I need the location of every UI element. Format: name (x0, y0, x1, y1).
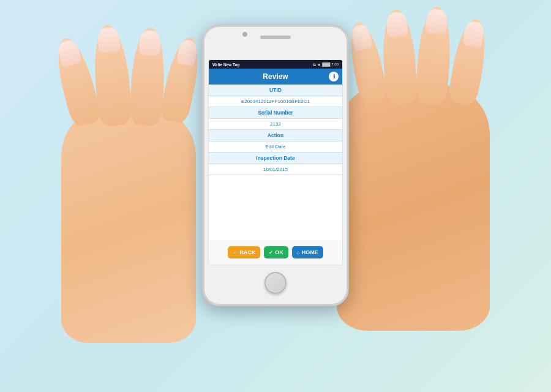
phone-screen: Write New Tag ⇆ ▲ ▓▓▓ 7:00 Review ℹ (208, 59, 343, 265)
wifi-icon: ▲ (317, 62, 321, 66)
action-value: Edit Date (209, 141, 342, 152)
inspection-group: Inspection Date 10/01/2015 (209, 153, 342, 175)
scene: Write New Tag ⇆ ▲ ▓▓▓ 7:00 Review ℹ (0, 0, 551, 392)
signal-icon: ⇆ (313, 62, 316, 67)
screen-content: Write New Tag ⇆ ▲ ▓▓▓ 7:00 Review ℹ (209, 60, 342, 265)
status-bar: Write New Tag ⇆ ▲ ▓▓▓ 7:00 (209, 60, 342, 69)
ok-label: OK (275, 249, 283, 255)
utid-label: UTID (209, 85, 342, 96)
phone-camera (242, 32, 247, 37)
back-icon: ← (233, 250, 238, 255)
phone: Write New Tag ⇆ ▲ ▓▓▓ 7:00 Review ℹ (202, 24, 349, 306)
time-display: 7:00 (331, 62, 339, 66)
home-icon: ⌂ (297, 250, 300, 255)
ok-icon: ✓ (269, 250, 273, 255)
hand-left-palm (61, 110, 196, 343)
app-header-title: Review (263, 72, 288, 81)
ok-button[interactable]: ✓ OK (264, 246, 288, 258)
phone-home-button[interactable] (264, 272, 287, 294)
inspection-label: Inspection Date (209, 153, 342, 164)
battery-icon: ▓▓▓ (322, 62, 330, 66)
hand-right-palm (337, 86, 490, 331)
app-header: Review ℹ (209, 69, 342, 85)
back-label: BACK (239, 249, 255, 255)
info-icon[interactable]: ℹ (329, 72, 339, 81)
phone-speaker (260, 36, 291, 39)
status-bar-title: Write New Tag (212, 62, 239, 67)
right-finger-1 (447, 17, 491, 106)
back-button[interactable]: ← BACK (228, 246, 260, 258)
phone-body: Write New Tag ⇆ ▲ ▓▓▓ 7:00 Review ℹ (202, 24, 349, 306)
serial-group: Serial Number 2132 (209, 107, 342, 130)
home-label: HOME (302, 249, 318, 255)
inspection-value: 10/01/2015 (209, 164, 342, 175)
utid-value: E2003412012FF10010BFE2C1 (209, 96, 342, 107)
home-button[interactable]: ⌂ HOME (292, 246, 323, 258)
serial-label: Serial Number (209, 107, 342, 119)
utid-group: UTID E2003412012FF10010BFE2C1 (209, 85, 342, 107)
fields-container: UTID E2003412012FF10010BFE2C1 Serial Num… (209, 85, 342, 240)
action-group: Action Edit Date (209, 130, 342, 153)
action-label: Action (209, 130, 342, 141)
right-finger-4 (344, 20, 389, 107)
buttons-area: ← BACK ✓ OK ⌂ HOME (209, 240, 342, 265)
status-icons: ⇆ ▲ ▓▓▓ 7:00 (313, 62, 339, 67)
right-finger-3 (380, 8, 419, 105)
serial-value: 2132 (209, 119, 342, 129)
left-finger-4 (159, 35, 204, 125)
